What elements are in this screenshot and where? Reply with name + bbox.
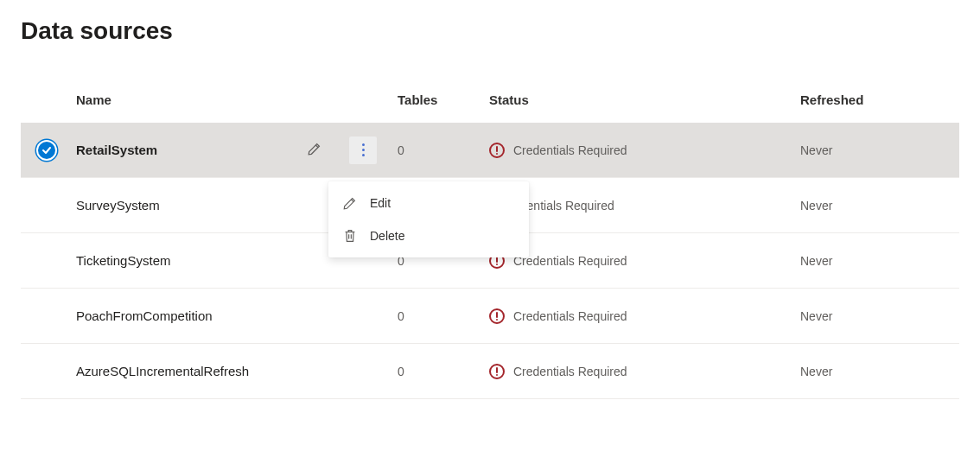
pencil-icon	[307, 141, 322, 159]
row-refreshed: Never	[800, 309, 832, 323]
pencil-icon	[342, 195, 358, 211]
row-context-menu: Edit Delete	[328, 181, 529, 257]
row-tables: 0	[398, 365, 404, 378]
row-name: SurveySystem	[73, 198, 297, 213]
alert-icon	[489, 143, 505, 158]
trash-icon	[342, 228, 358, 244]
menu-item-edit[interactable]: Edit	[328, 187, 529, 219]
table-row[interactable]: PoachFromCompetition 0 Credentials Requi…	[21, 289, 959, 344]
row-status: Credentials Required	[513, 365, 627, 378]
row-refreshed: Never	[800, 199, 832, 213]
table-row[interactable]: AzureSQLIncrementalRefresh 0 Credentials…	[21, 344, 959, 399]
alert-icon	[489, 308, 505, 324]
row-tables: 0	[398, 143, 404, 157]
row-name: PoachFromCompetition	[73, 308, 297, 323]
menu-item-label: Edit	[370, 196, 391, 210]
col-name[interactable]: Name	[73, 92, 297, 107]
row-status: Credentials Required	[513, 254, 627, 268]
menu-item-label: Delete	[370, 229, 404, 243]
row-status: Credentials Required	[513, 143, 627, 157]
col-tables[interactable]: Tables	[394, 92, 486, 107]
table-row[interactable]: RetailSystem 0 Credentials Required Neve…	[21, 123, 959, 178]
row-tables: 0	[398, 309, 404, 323]
row-selected-checkmark-icon[interactable]	[38, 142, 55, 159]
more-actions-button[interactable]	[349, 137, 377, 164]
row-name: RetailSystem	[73, 143, 297, 157]
alert-icon	[489, 364, 505, 379]
edit-row-button[interactable]	[301, 137, 328, 164]
col-refreshed[interactable]: Refreshed	[797, 92, 959, 107]
row-refreshed: Never	[800, 254, 832, 268]
row-refreshed: Never	[800, 365, 832, 378]
vertical-dots-icon	[362, 143, 365, 156]
col-status[interactable]: Status	[486, 92, 797, 107]
page-title: Data sources	[21, 17, 959, 45]
row-refreshed: Never	[800, 143, 832, 157]
menu-item-delete[interactable]: Delete	[328, 219, 529, 252]
row-name: AzureSQLIncrementalRefresh	[73, 364, 297, 378]
table-header-row: Name Tables Status Refreshed	[21, 76, 959, 123]
row-status: Credentials Required	[513, 309, 627, 323]
row-name: TicketingSystem	[73, 253, 297, 268]
